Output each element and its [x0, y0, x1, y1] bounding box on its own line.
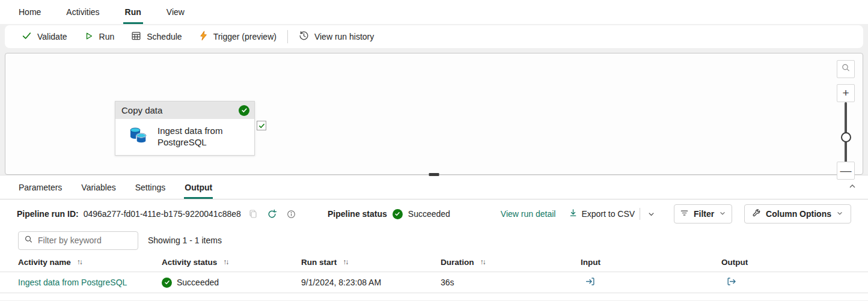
showing-items-count: Showing 1 - 1 items [148, 236, 222, 245]
run-label: Run [99, 32, 115, 41]
filter-label: Filter [694, 209, 714, 219]
column-header-activity-name[interactable]: Activity name ↑↓ [18, 258, 162, 267]
view-run-detail-link[interactable]: View run detail [501, 209, 556, 219]
search-icon [841, 63, 851, 75]
view-run-history-label: View run history [314, 32, 374, 41]
activity-card-body: Ingest data from PostgreSQL [115, 119, 254, 155]
view-run-history-button[interactable]: View run history [290, 25, 382, 48]
input-icon[interactable] [585, 276, 596, 288]
menu-tab-run[interactable]: Run [123, 0, 143, 24]
activity-table-header: Activity name ↑↓ Activity status ↑↓ Run … [0, 252, 868, 272]
success-check-icon [239, 105, 249, 116]
trigger-label: Trigger (preview) [213, 32, 277, 41]
menu-tab-home[interactable]: Home [17, 0, 43, 24]
filter-chevron-down-icon [719, 209, 726, 219]
output-icon[interactable] [726, 276, 736, 288]
database-icon [127, 126, 149, 148]
checkmark-icon [22, 31, 32, 43]
trigger-preview-button[interactable]: Trigger (preview) [191, 25, 285, 48]
column-options-chevron-down-icon [836, 209, 843, 219]
column-header-input: Input [581, 258, 721, 267]
export-to-csv-button[interactable]: Export to CSV [569, 208, 635, 219]
activity-type-label: Copy data [121, 105, 162, 115]
activity-name-link[interactable]: Ingest data from PostgreSQL [18, 278, 162, 287]
run-info-bar: Pipeline run ID: 0496a277-fd01-411e-b175… [0, 199, 868, 228]
run-start-cell: 9/1/2024, 8:23:08 AM [301, 278, 441, 287]
column-options-label: Column Options [766, 209, 831, 219]
refresh-button[interactable] [265, 207, 280, 221]
column-header-activity-status[interactable]: Activity status ↑↓ [162, 258, 301, 267]
pipeline-status-value: Succeeded [408, 209, 450, 219]
activity-selected-checkbox[interactable] [257, 121, 266, 130]
output-cell [721, 276, 850, 288]
activity-card-header: Copy data [115, 102, 254, 119]
calendar-icon [131, 31, 141, 43]
column-header-output: Output [721, 258, 850, 267]
chevron-up-icon [848, 182, 857, 193]
schedule-button[interactable]: Schedule [123, 25, 190, 48]
output-panel: Parameters Variables Settings Output Pip… [0, 175, 868, 300]
column-header-duration[interactable]: Duration ↑↓ [441, 258, 581, 267]
activity-name-label: Ingest data from PostgreSQL [157, 125, 248, 148]
status-success-icon [393, 209, 403, 219]
zoom-slider-knob[interactable] [841, 132, 851, 142]
menu-tab-activities[interactable]: Activities [64, 0, 101, 24]
lightning-icon [199, 31, 208, 43]
filter-icon [680, 208, 689, 219]
sort-icon: ↑↓ [223, 258, 228, 266]
wrench-icon [752, 208, 761, 219]
pipeline-run-id-label: Pipeline run ID: [17, 209, 79, 219]
export-chevron-down-icon[interactable] [645, 207, 657, 221]
validate-label: Validate [37, 32, 67, 41]
validate-button[interactable]: Validate [13, 25, 76, 48]
pipeline-canvas[interactable]: Copy data Ingest data from PostgreSQL [5, 53, 863, 175]
history-clock-icon [299, 31, 309, 43]
sort-icon: ↑↓ [77, 258, 82, 266]
column-options-button[interactable]: Column Options [744, 204, 851, 223]
canvas-search-button[interactable] [837, 60, 855, 78]
keyword-filter-box[interactable] [18, 231, 138, 250]
export-divider [640, 208, 640, 220]
ribbon-menu: Home Activities Run View [0, 0, 868, 24]
zoom-in-button[interactable]: + [837, 84, 855, 102]
table-filter-row: Showing 1 - 1 items [0, 228, 868, 252]
plus-icon: + [842, 87, 849, 100]
run-button[interactable]: Run [76, 25, 123, 48]
copy-run-id-button[interactable] [246, 207, 260, 221]
download-icon [569, 208, 578, 219]
play-icon [84, 31, 94, 43]
info-icon[interactable] [284, 207, 299, 221]
panel-tab-bar: Parameters Variables Settings Output [0, 175, 868, 199]
tab-variables[interactable]: Variables [81, 175, 116, 199]
status-success-icon [162, 278, 172, 288]
sort-icon: ↑↓ [343, 258, 347, 266]
menu-tab-view[interactable]: View [165, 0, 186, 24]
input-cell [581, 276, 721, 288]
collapse-panel-button[interactable] [845, 180, 860, 195]
table-row: Ingest data from PostgreSQL Succeeded 9/… [0, 272, 868, 293]
export-csv-label: Export to CSV [581, 209, 635, 219]
duration-cell: 36s [441, 278, 581, 287]
copy-data-activity-card[interactable]: Copy data Ingest data from PostgreSQL [115, 101, 255, 156]
tab-settings[interactable]: Settings [135, 175, 167, 199]
search-icon [24, 235, 33, 246]
toolbar-divider [287, 30, 288, 43]
schedule-label: Schedule [147, 32, 182, 41]
column-header-run-start[interactable]: Run start ↑↓ [301, 258, 441, 267]
filter-button[interactable]: Filter [674, 204, 732, 223]
pipeline-run-id-value: 0496a277-fd01-411e-b175-9220041c88e8 [84, 209, 241, 219]
tab-parameters[interactable]: Parameters [18, 175, 63, 199]
sort-icon: ↑↓ [480, 258, 485, 266]
pipeline-status-label: Pipeline status [328, 209, 387, 219]
tab-output[interactable]: Output [184, 175, 213, 199]
keyword-filter-input[interactable] [38, 236, 132, 245]
run-toolbar: Validate Run Schedule Trigger (preview) [5, 25, 863, 48]
activity-status-cell: Succeeded [162, 278, 301, 288]
